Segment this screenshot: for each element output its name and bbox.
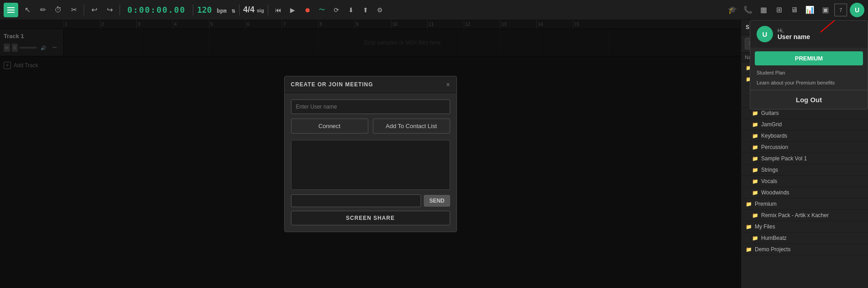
separator-2 — [120, 5, 120, 15]
folder-name: JamGrid — [761, 121, 782, 128]
folder-name: Vocals — [761, 178, 777, 184]
wave-button[interactable]: 〜 — [316, 4, 328, 16]
user-avatar-button[interactable]: U — [850, 3, 864, 17]
settings-button[interactable]: ⚙ — [374, 4, 386, 16]
separator-4 — [239, 5, 240, 15]
folder-icon: 📁 — [752, 144, 758, 150]
premium-button[interactable]: PREMIUM — [755, 51, 863, 65]
menu-icon — [7, 10, 15, 10]
scissors-icon: ✂ — [71, 5, 77, 14]
folder-name: My Files — [755, 223, 775, 230]
folder-name: Woodwinds — [761, 189, 789, 196]
undo-button[interactable]: ↩ — [88, 4, 100, 16]
send-button[interactable]: SEND — [424, 195, 450, 207]
username-input[interactable] — [291, 99, 450, 114]
folder-item[interactable]: 📁Remix Pack - Artik x Kacher — [741, 210, 868, 221]
add-contact-button[interactable]: Add To Contact List — [373, 119, 450, 134]
folder-name: Keyboards — [761, 133, 787, 139]
scissors-tool[interactable]: ✂ — [67, 4, 80, 16]
folder-name: Remix Pack - Artik x Kacher — [761, 212, 829, 218]
folder-item[interactable]: 📁Vocals — [741, 176, 868, 187]
folder-item[interactable]: 📁JamGrid — [741, 119, 868, 130]
folder-name: Premium — [755, 201, 777, 207]
premium-benefits-link[interactable]: Learn about your Premium benefits — [750, 78, 868, 90]
graduate-icon-btn[interactable]: 🎓 — [726, 4, 739, 16]
phone-icon-btn[interactable]: 📞 — [742, 4, 754, 16]
dialog-body: Connect Add To Contact List SEND SCREEN … — [285, 93, 457, 232]
folder-item[interactable]: 📁Premium — [741, 199, 868, 210]
user-dropdown-hi: Hi, — [778, 28, 810, 33]
time-sig-value: 4/4 — [243, 5, 255, 14]
user-dropdown-header: U Hi, User name — [750, 20, 868, 48]
redo-button[interactable]: ↪ — [103, 4, 116, 16]
folder-name: HumBeatz — [761, 235, 787, 241]
folder-name: Demo Projects — [755, 246, 791, 253]
export-button[interactable]: ⬇ — [345, 4, 357, 16]
dialog-title-bar: CREATE OR JOIN MEETING × — [285, 76, 457, 93]
folder-item[interactable]: 📁Keyboards — [741, 130, 868, 142]
number7-icon-btn[interactable]: 7 — [834, 4, 847, 16]
grid2-icon-btn[interactable]: ⊞ — [773, 4, 785, 16]
transport-controls: ⏮ ▶ ⏺ 〜 ⟳ ⬇ ⬆ ⚙ — [272, 4, 386, 16]
folder-icon: 📁 — [752, 190, 758, 196]
chart-icon-btn[interactable]: 📊 — [803, 4, 816, 16]
folder-icon: 📁 — [746, 247, 752, 253]
share-icon: ⬆ — [363, 6, 368, 14]
pencil-icon: ✏ — [40, 5, 46, 14]
time-sig-label: sig — [257, 8, 264, 13]
folder-icon: 📁 — [752, 167, 758, 173]
dialog-close-button[interactable]: × — [446, 81, 450, 88]
export-icon: ⬇ — [348, 6, 354, 14]
skip-back-icon: ⏮ — [275, 6, 281, 14]
logout-button[interactable]: Log Out — [750, 90, 868, 109]
folder-name: Sample Pack Vol 1 — [761, 155, 807, 162]
time-sig-display: 4/4 sig — [243, 5, 264, 15]
folder-name: Percussion — [761, 144, 788, 150]
folder-icon: 📁 — [746, 201, 752, 207]
message-row: SEND — [291, 194, 450, 207]
menu-button[interactable] — [4, 3, 18, 17]
cursor-tool[interactable]: ↖ — [21, 4, 34, 16]
folder-item[interactable]: 📁Sample Pack Vol 1 — [741, 153, 868, 164]
folder-item[interactable]: 📁Woodwinds — [741, 187, 868, 199]
skip-back-button[interactable]: ⏮ — [272, 4, 285, 16]
user-dropdown-info: Hi, User name — [778, 28, 810, 40]
message-input[interactable] — [291, 194, 421, 207]
bpm-display: 120 bpm ⇅ — [197, 5, 235, 15]
connect-button[interactable]: Connect — [291, 119, 368, 134]
wave-icon: 〜 — [319, 6, 325, 14]
redo-icon: ↪ — [107, 5, 113, 14]
folder-name: Guitars — [761, 110, 779, 116]
folder-icon: 📁 — [752, 122, 758, 128]
monitor-icon-btn[interactable]: 🖥 — [788, 4, 801, 16]
folder-item[interactable]: 📁Demo Projects — [741, 244, 868, 255]
toolbar: ↖ ✏ ⏱ ✂ ↩ ↪ 0:00:00.00 120 bpm ⇅ 4/4 sig… — [0, 0, 868, 20]
record-button[interactable]: ⏺ — [301, 4, 314, 16]
user-dropdown-avatar: U — [757, 26, 773, 42]
share-button[interactable]: ⬆ — [359, 4, 372, 16]
pencil-tool[interactable]: ✏ — [36, 4, 49, 16]
grid-icon-btn[interactable]: ▦ — [757, 4, 770, 16]
separator-1 — [84, 5, 84, 15]
clock-tool[interactable]: ⏱ — [52, 4, 65, 16]
undo-icon: ↩ — [91, 5, 97, 14]
folder-item[interactable]: 📁Percussion — [741, 142, 868, 153]
settings-icon: ⚙ — [377, 6, 383, 14]
screen-share-button[interactable]: SCREEN SHARE — [291, 211, 450, 225]
play-button[interactable]: ▶ — [286, 4, 299, 16]
main-content: 123456789101112131415 Track 1 M S 🔊 〜 + — [0, 20, 868, 288]
folder-item[interactable]: 📁HumBeatz — [741, 233, 868, 244]
meeting-dialog: CREATE OR JOIN MEETING × Connect Add To … — [284, 76, 457, 232]
folder-item[interactable]: 📁Strings — [741, 164, 868, 176]
bpm-arrows[interactable]: ⇅ — [231, 7, 235, 14]
folder-icon: 📁 — [752, 110, 758, 116]
cursor-icon: ↖ — [25, 5, 30, 14]
folder-icon: 📁 — [752, 133, 758, 139]
user-dropdown: U Hi, User name PREMIUM Student Plan Lea… — [750, 20, 868, 109]
layout-icon-btn[interactable]: ▣ — [819, 4, 832, 16]
loop-button[interactable]: ⟳ — [330, 4, 343, 16]
folder-item[interactable]: 📁My Files — [741, 221, 868, 233]
clock-icon: ⏱ — [55, 6, 62, 14]
play-icon: ▶ — [290, 6, 295, 14]
separator-5 — [268, 5, 268, 15]
